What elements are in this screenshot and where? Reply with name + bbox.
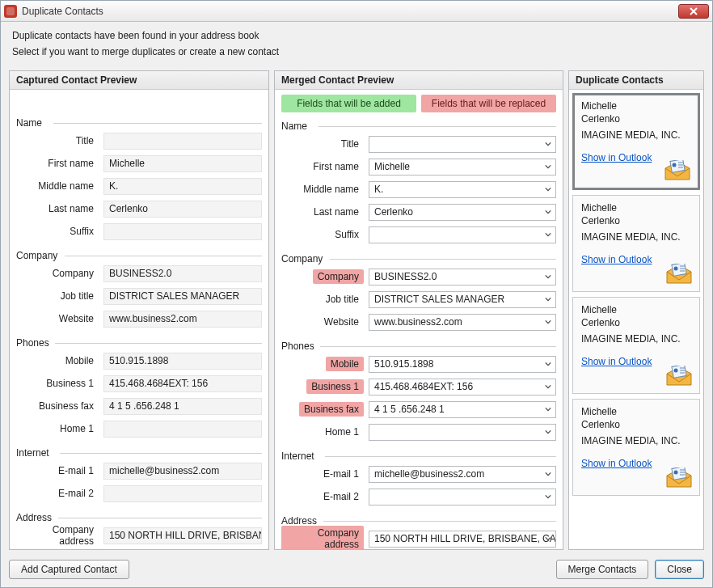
merged-suffix-row: Suffix (281, 224, 556, 245)
dup-company: IMAGINE MEDIA, INC. (581, 231, 691, 243)
merged-last-value: Cerlenko (374, 206, 413, 218)
chevron-down-icon (542, 294, 554, 306)
captured-compaddr-value: 150 NORTH HILL DRIVE, BRISBANE, (103, 527, 262, 544)
chevron-down-icon (542, 358, 554, 370)
merged-email2-row: E-mail 2 (281, 486, 556, 507)
merged-email1-value: michelle@business2.com (374, 468, 484, 480)
merged-suffix-dropdown[interactable] (369, 226, 556, 243)
mail-icon (664, 160, 691, 181)
captured-first-value: Michelle (103, 155, 262, 172)
merged-biz1-row: Business 1415.468.4684EXT: 156 (281, 376, 556, 397)
chevron-down-icon (542, 404, 554, 416)
merged-first-dropdown[interactable]: Michelle (369, 159, 556, 176)
merged-middle-value: K. (374, 184, 383, 195)
chevron-down-icon (542, 161, 554, 173)
show-in-outlook-link[interactable]: Show in Outlook (581, 152, 652, 163)
mail-icon (665, 264, 693, 285)
titlebar: Duplicate Contacts (1, 1, 712, 22)
captured-bizfax-value: 4 1 5 .656.248 1 (103, 398, 262, 415)
dup-firstname: Michelle (581, 304, 691, 315)
merged-bizfax-row: Business fax4 1 5 .656.248 1 (281, 399, 556, 420)
section-company: Company (16, 250, 262, 261)
merged-biz1-dropdown[interactable]: 415.468.4684EXT: 156 (369, 379, 556, 396)
merged-mobile-value: 510.915.1898 (374, 358, 433, 370)
merged-compaddr-dropdown[interactable]: 150 NORTH HILL DRIVE, BRISBANE, CA 940 (369, 531, 556, 548)
m-section-name: Name (281, 121, 556, 132)
label-email1: E-mail 1 (53, 463, 99, 478)
merged-email2-dropdown[interactable] (369, 489, 556, 506)
section-name: Name (16, 117, 262, 129)
merged-title-dropdown[interactable] (369, 136, 556, 153)
label-company: Company (48, 266, 99, 281)
dup-company: IMAGINE MEDIA, INC. (581, 435, 691, 446)
merged-compaddr-value: 150 NORTH HILL DRIVE, BRISBANE, CA 940 (374, 533, 556, 544)
app-icon (4, 5, 17, 18)
merged-panel-body: Fields that will be added Fields that wi… (275, 90, 563, 549)
label-suffix: Suffix (65, 224, 99, 239)
duplicate-card[interactable]: MichelleCerlenkoIMAGINE MEDIA, INC.Show … (572, 399, 700, 496)
merged-website-row: Websitewww.business2.com (281, 311, 556, 332)
show-in-outlook-link[interactable]: Show in Outlook (581, 254, 652, 265)
chevron-down-icon (542, 381, 554, 393)
label-compaddr: Company address (16, 522, 99, 548)
merged-email1-row: E-mail 1michelle@business2.com (281, 463, 556, 484)
merged-company-value: BUSINESS2.0 (374, 271, 437, 282)
m-label-last: Last name (309, 205, 364, 219)
label-first: First name (43, 156, 99, 171)
m-label-website: Website (319, 315, 364, 329)
merged-last-row: Last nameCerlenko (281, 201, 556, 222)
merged-home1-dropdown[interactable] (369, 424, 556, 441)
m-label-compaddr: Company address (281, 526, 364, 549)
section-internet: Internet (16, 447, 262, 459)
captured-website-value: www.business2.com (103, 311, 262, 328)
merged-last-dropdown[interactable]: Cerlenko (369, 204, 556, 221)
merged-job-value: DISTRICT SALES MANAGER (374, 294, 504, 305)
intro-line-1: Duplicate contacts have been found in yo… (12, 30, 701, 41)
chevron-down-icon (542, 468, 554, 480)
titlebar-close-button[interactable] (678, 4, 709, 19)
m-label-bizfax: Business fax (299, 402, 364, 417)
m-label-email2: E-mail 2 (319, 489, 364, 504)
section-phones: Phones (16, 337, 262, 349)
chevron-down-icon (542, 491, 554, 503)
close-button[interactable]: Close (655, 560, 704, 579)
merged-first-row: First nameMichelle (281, 156, 556, 177)
merged-biz1-value: 415.468.4684EXT: 156 (374, 381, 473, 392)
merged-middle-dropdown[interactable]: K. (369, 181, 556, 198)
dup-company: IMAGINE MEDIA, INC. (581, 333, 691, 345)
captured-title-value (103, 133, 262, 150)
m-label-company: Company (313, 269, 364, 284)
merged-company-row: CompanyBUSINESS2.0 (281, 266, 556, 287)
merge-contacts-button[interactable]: Merge Contacts (556, 560, 649, 579)
duplicate-card[interactable]: MichelleCerlenkoIMAGINE MEDIA, INC.Show … (572, 297, 700, 394)
m-label-suffix: Suffix (330, 227, 364, 242)
merged-title-row: Title (281, 133, 556, 154)
show-in-outlook-link[interactable]: Show in Outlook (581, 458, 652, 469)
duplicates-list: MichelleCerlenkoIMAGINE MEDIA, INC.Show … (569, 90, 703, 549)
duplicate-card[interactable]: MichelleCerlenkoIMAGINE MEDIA, INC.Show … (572, 195, 700, 292)
duplicates-panel: Duplicate Contacts MichelleCerlenkoIMAGI… (568, 70, 704, 550)
merged-job-dropdown[interactable]: DISTRICT SALES MANAGER (369, 291, 556, 308)
captured-home1-value (103, 421, 262, 438)
window-title: Duplicate Contacts (22, 6, 678, 17)
intro-line-2: Select if you want to merge duplicates o… (12, 46, 701, 57)
merged-bizfax-dropdown[interactable]: 4 1 5 .656.248 1 (369, 401, 556, 418)
chevron-down-icon (542, 271, 554, 283)
merged-mobile-dropdown[interactable]: 510.915.1898 (369, 356, 556, 373)
dup-firstname: Michelle (581, 100, 691, 112)
captured-suffix-value (103, 223, 262, 240)
label-title: Title (71, 133, 99, 148)
intro-text: Duplicate contacts have been found in yo… (1, 22, 712, 66)
legend-added: Fields that will be added (281, 95, 416, 112)
merged-company-dropdown[interactable]: BUSINESS2.0 (369, 269, 556, 286)
legend-row: Fields that will be added Fields that wi… (281, 95, 556, 112)
merged-compaddr-row: Company address150 NORTH HILL DRIVE, BRI… (281, 528, 556, 549)
footer: Add Captured Contact Merge Contacts Clos… (1, 555, 712, 587)
dup-firstname: Michelle (581, 406, 691, 417)
add-captured-button[interactable]: Add Captured Contact (9, 560, 129, 579)
merged-website-dropdown[interactable]: www.business2.com (369, 314, 556, 331)
duplicate-card[interactable]: MichelleCerlenkoIMAGINE MEDIA, INC.Show … (572, 93, 700, 190)
m-label-home1: Home 1 (320, 425, 364, 439)
show-in-outlook-link[interactable]: Show in Outlook (581, 356, 652, 367)
merged-email1-dropdown[interactable]: michelle@business2.com (369, 466, 556, 483)
